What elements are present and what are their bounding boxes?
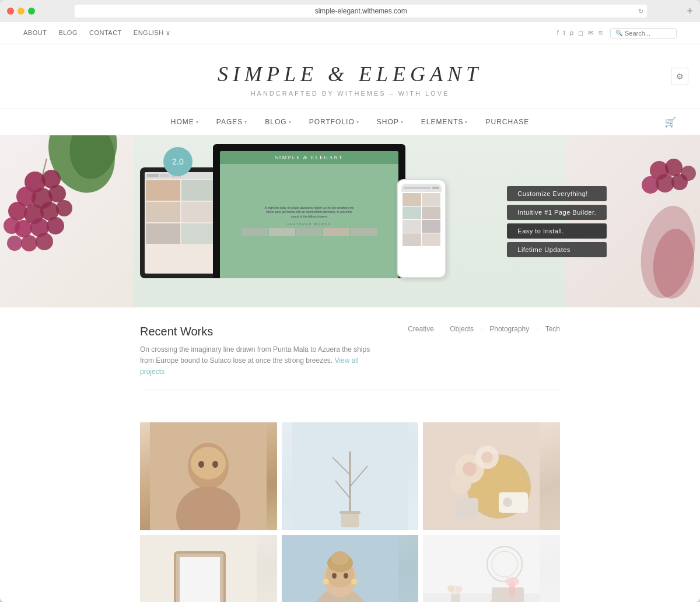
nav-portfolio[interactable]: PORTFOLIO ▾ [309, 118, 359, 126]
filter-tech[interactable]: Tech [545, 325, 560, 333]
feature-btn-customize[interactable]: Customize Everything! [507, 186, 607, 201]
blog-arrow: ▾ [289, 120, 292, 125]
portfolio-image-fashion [282, 535, 419, 602]
refresh-icon[interactable]: ↻ [638, 8, 643, 15]
portfolio-arrow: ▾ [356, 120, 359, 125]
svg-point-17 [7, 236, 22, 251]
portfolio-image-white-room [423, 535, 560, 602]
svg-rect-71 [492, 587, 524, 602]
email-icon[interactable]: ✉ [588, 29, 593, 37]
svg-point-82 [505, 577, 519, 586]
recent-works-section: Recent Works On crossing the imaginary l… [0, 307, 700, 422]
grapes-svg [0, 135, 134, 307]
svg-point-10 [56, 200, 72, 216]
nav-about[interactable]: ABOUT [23, 29, 47, 37]
phone-screen [401, 184, 442, 274]
version-number: 2.0 [172, 157, 183, 166]
svg-point-79 [447, 585, 454, 592]
traffic-lights [7, 8, 35, 15]
filter-dot-1: · [441, 325, 443, 333]
portfolio-grid [0, 422, 700, 602]
hero-banner: 2.0 [0, 135, 700, 307]
elements-arrow: ▾ [465, 120, 468, 125]
title-part1: SIMPLE [218, 62, 318, 86]
hero-left-bg [0, 135, 134, 307]
nav-contact[interactable]: CONTACT [89, 29, 122, 37]
filter-dot-2: · [481, 325, 482, 333]
svg-point-65 [331, 551, 349, 565]
browser-window: simple-elegant.withemes.com ↻ + ABOUT BL… [0, 0, 700, 602]
cart-icon[interactable]: 🛒 [664, 117, 677, 128]
phone-mockup [397, 179, 446, 278]
minimize-button[interactable] [18, 8, 24, 15]
search-icon: 🔍 [615, 30, 622, 36]
portfolio-image-minimal [282, 422, 419, 530]
recent-works-left: Recent Works On crossing the imaginary l… [140, 325, 373, 378]
nav-shop[interactable]: SHOP ▾ [377, 118, 404, 126]
svg-point-47 [450, 473, 471, 494]
laptop-body-text: At night the body of clouds advancing hi… [262, 206, 356, 219]
svg-point-15 [36, 233, 53, 250]
settings-gear-button[interactable]: ⚙ [671, 68, 688, 85]
address-bar[interactable]: simple-elegant.withemes.com ↻ [75, 5, 647, 18]
laptop-screen-title: SIMPLE & ELEGANT [275, 155, 344, 160]
svg-point-62 [332, 573, 337, 579]
portfolio-item-4[interactable] [140, 535, 277, 602]
nav-home[interactable]: HOME ▾ [171, 118, 199, 126]
svg-point-32 [212, 461, 218, 468]
works-divider [140, 390, 560, 390]
feature-btn-page-builder[interactable]: Intuitive #1 Page Builder. [507, 205, 607, 220]
feature-buttons: Customize Everything! Intuitive #1 Page … [507, 186, 607, 257]
search-input[interactable] [625, 30, 671, 37]
top-navigation: ABOUT BLOG CONTACT ENGLISH ∨ f t p ◻ ✉ ≋… [0, 22, 700, 44]
filter-tags: Creative · Objects · Photography · Tech [408, 325, 560, 333]
svg-rect-39 [340, 511, 360, 514]
feature-btn-easy-install[interactable]: Easy to Install. [507, 223, 607, 239]
twitter-icon[interactable]: t [564, 29, 565, 37]
new-tab-button[interactable]: + [687, 5, 693, 18]
nav-elements[interactable]: ELEMENTS ▾ [421, 118, 468, 126]
portfolio-image-frame [140, 535, 277, 602]
pages-arrow: ▾ [244, 120, 247, 125]
portfolio-image-flowers [423, 422, 560, 530]
svg-point-13 [47, 217, 64, 235]
nav-pages[interactable]: PAGES ▾ [216, 118, 247, 126]
portfolio-item-5[interactable] [282, 535, 419, 602]
white-room-svg [423, 535, 540, 602]
browser-titlebar: simple-elegant.withemes.com ↻ + [0, 0, 700, 22]
filter-dot-3: · [536, 325, 538, 333]
filter-objects[interactable]: Objects [450, 325, 474, 333]
nav-blog-main[interactable]: BLOG ▾ [265, 118, 291, 126]
facebook-icon[interactable]: f [557, 29, 559, 37]
search-bar[interactable]: 🔍 [610, 28, 677, 38]
portfolio-item-3[interactable] [423, 422, 560, 530]
close-button[interactable] [7, 8, 14, 15]
tablet-screen [145, 172, 217, 274]
portfolio-item-6[interactable] [423, 535, 560, 602]
svg-point-66 [351, 579, 357, 584]
portfolio-item-2[interactable] [282, 422, 419, 530]
nav-english[interactable]: ENGLISH ∨ [134, 29, 171, 37]
recent-works-header: Recent Works On crossing the imaginary l… [140, 325, 560, 378]
top-nav-right: f t p ◻ ✉ ≋ 🔍 [557, 28, 677, 38]
recent-works-description: On crossing the imaginary line drawn fro… [140, 344, 373, 378]
top-nav-links: ABOUT BLOG CONTACT ENGLISH ∨ [23, 29, 171, 37]
svg-rect-38 [341, 513, 359, 527]
title-and: & [328, 62, 349, 86]
svg-point-31 [198, 461, 204, 468]
frame-svg [140, 535, 257, 602]
home-arrow: ▾ [196, 120, 199, 125]
nav-purchase[interactable]: PURCHASE [485, 118, 529, 126]
filter-creative[interactable]: Creative [408, 325, 434, 333]
rss-icon[interactable]: ≋ [598, 29, 603, 37]
portfolio-item-1[interactable] [140, 422, 277, 530]
instagram-icon[interactable]: ◻ [578, 29, 583, 37]
feature-btn-lifetime[interactable]: Lifetime Updates [507, 242, 607, 257]
pinterest-icon[interactable]: p [570, 29, 573, 37]
main-navigation: HOME ▾ PAGES ▾ BLOG ▾ PORTFOLIO ▾ SHOP ▾… [0, 108, 700, 135]
maximize-button[interactable] [28, 8, 35, 15]
svg-point-50 [503, 498, 512, 507]
nav-blog[interactable]: BLOG [58, 29, 78, 37]
filter-photography[interactable]: Photography [489, 325, 529, 333]
portrait-svg [150, 422, 267, 530]
